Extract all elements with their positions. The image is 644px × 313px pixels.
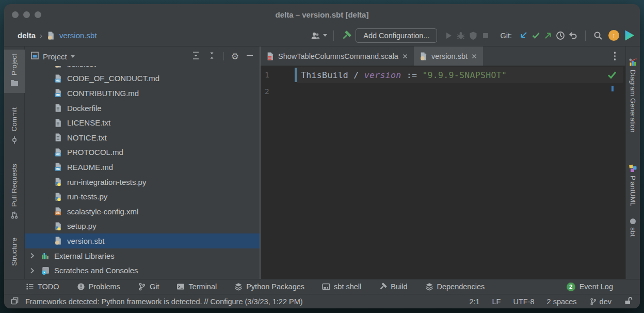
file-encoding[interactable]: UTF-8 [513,298,534,306]
close-tab-icon[interactable] [472,54,477,59]
stripe-tab-structure-label: Structure [10,238,18,266]
sbt-file-icon [420,52,427,60]
git-push-icon[interactable] [542,29,554,42]
stripe-tab-plantuml-label[interactable]: PlantUML [629,176,637,206]
main-toolbar: delta › version.sbt Add Configuration... [4,25,640,46]
build-hammer-icon[interactable] [340,29,352,42]
tool-window-button-label: Python Packages [246,283,304,291]
project-panel-title[interactable]: Project [43,52,67,61]
add-configuration-button[interactable]: Add Configuration... [356,28,437,43]
stop-icon[interactable] [479,29,492,42]
unlock-icon[interactable] [624,296,633,307]
tree-item-code-of-conduct-md[interactable]: MDCODE_OF_CONDUCT.md [25,71,260,86]
tree-item-dockerfile[interactable]: Dockerfile [25,101,260,116]
text-file-icon [54,133,62,142]
commit-icon [10,136,19,146]
hide-panel-icon[interactable] [246,52,253,61]
user-dropdown-arrow-icon[interactable] [323,34,327,37]
sbt-stripe-icon[interactable] [630,218,636,224]
git-commit-check-icon[interactable] [529,29,542,42]
stripe-tab-diagram-generation-label[interactable]: Diagram Generation [629,70,637,133]
status-bar: Frameworks detected: Python framework is… [4,294,640,308]
header-divider [223,52,224,60]
history-clock-icon[interactable] [554,29,567,42]
diagram-generation-icon[interactable] [629,58,637,67]
chevron-right-icon[interactable] [30,253,35,259]
rollback-icon[interactable] [567,29,579,42]
toolbar-actions: Add Configuration... Git: [309,28,635,43]
run-icon[interactable] [442,29,455,42]
tree-item-label: version.sbt [67,237,105,245]
git-update-icon[interactable] [517,29,529,42]
run-with-coverage-icon[interactable] [467,29,479,42]
user-profile-icon[interactable] [309,29,321,42]
settings-gear-icon[interactable]: ⚙ [231,52,239,61]
libraries-file-icon [41,252,50,260]
stripe-tab-commit-label: Commit [10,107,18,132]
tool-window-button-python-packages[interactable]: Python Packages [234,283,304,291]
code-line-1[interactable]: 1ThisBuild / version := "9.9.9-SNAPSHOT" [261,67,625,83]
code-line-2[interactable]: 2 [261,83,625,100]
indent-style[interactable]: 2 spaces [547,298,577,306]
editor-tab-version-sbt[interactable]: version.sbt [414,46,483,66]
tree-item-protocol-md[interactable]: MDPROTOCOL.md [25,145,260,160]
plantuml-icon[interactable] [629,164,637,173]
xml-file-icon: <> [54,207,62,215]
tree-item-setup-py[interactable]: setup.py [25,219,260,234]
line-separator[interactable]: LF [492,298,501,306]
tool-window-button-git[interactable]: Git [138,283,159,291]
update-notification-icon[interactable]: ↑ [608,30,619,41]
line-number[interactable]: 1 [261,71,297,79]
tool-window-switcher-icon[interactable] [10,296,19,307]
tool-window-button-terminal[interactable]: Terminal [176,283,217,291]
close-tab-icon[interactable] [403,54,408,59]
tree-item-external-libraries[interactable]: External Libraries [25,248,260,263]
status-widgets: 2:1 LF UTF-8 2 spaces dev [469,296,633,307]
collapse-all-icon[interactable] [207,51,216,62]
tool-window-button-todo[interactable]: TODO [26,283,59,291]
breadcrumb-project[interactable]: delta [18,31,36,40]
breadcrumb-file[interactable]: version.sbt [59,31,97,40]
stripe-tab-project[interactable]: Project [4,50,25,93]
tool-window-button-sbt-shell[interactable]: sbt shell [322,283,361,291]
right-tool-stripe: Diagram Generation PlantUML sbt [625,46,640,279]
gradient-play-icon[interactable] [623,30,635,41]
line-number[interactable]: 2 [261,87,297,96]
stripe-tab-pull-requests[interactable]: Pull Requests [4,160,25,225]
code-editor[interactable]: 1ThisBuild / version := "9.9.9-SNAPSHOT"… [261,66,625,279]
md-file-icon: MD [54,148,62,156]
event-log-button[interactable]: 2 Event Log [567,283,613,291]
breadcrumb-separator: › [40,31,42,40]
pull-request-icon [10,211,19,221]
tab-options-kebab-icon[interactable] [613,50,618,62]
stripe-tab-sbt-label[interactable]: sbt [629,227,637,237]
tree-item-contributing-md[interactable]: MDCONTRIBUTING.md [25,86,260,101]
stripe-tab-structure[interactable]: Structure [4,233,25,270]
tool-window-button-build[interactable]: Build [379,283,407,291]
tree-item-scratches-and-consoles[interactable]: Scratches and Consoles [25,263,260,278]
tree-item-license-txt[interactable]: LICENSE.txt [25,115,260,130]
debug-bug-icon[interactable] [455,29,467,42]
stripe-tab-commit[interactable]: Commit [4,103,25,150]
tree-item-run-integration-tests-py[interactable]: run-integration-tests.py [25,175,260,190]
project-view-dropdown-icon[interactable] [71,55,75,58]
tool-window-button-dependencies[interactable]: Dependencies [425,283,485,291]
tree-item-scalastyle-config-xml[interactable]: <>scalastyle-config.xml [25,204,260,219]
tree-item-label: README.md [67,163,113,171]
editor-tab-showtablecolumnscommand-scala[interactable]: ShowTableColumnsCommand.scala [261,46,414,66]
inspections-ok-icon[interactable] [607,70,617,82]
tree-item-readme-md[interactable]: MDREADME.md [25,160,260,175]
chevron-right-icon[interactable] [30,268,35,274]
status-message[interactable]: Frameworks detected: Python framework is… [25,298,303,306]
tree-item-label: PROTOCOL.md [67,148,123,156]
git-branch-widget[interactable]: dev [589,298,611,306]
tree-item-notice-txt[interactable]: NOTICE.txt [25,130,260,145]
tool-window-button-problems[interactable]: Problems [77,283,120,291]
expand-all-icon[interactable] [191,51,200,62]
tree-item-run-tests-py[interactable]: run-tests.py [25,189,260,204]
search-icon[interactable] [592,29,604,42]
tree-item-version-sbt[interactable]: version.sbt [25,233,260,248]
cursor-position[interactable]: 2:1 [469,298,479,306]
tree-item-label: setup.py [67,222,96,230]
tree-item-build-sbt[interactable]: build.sbt [25,66,260,71]
